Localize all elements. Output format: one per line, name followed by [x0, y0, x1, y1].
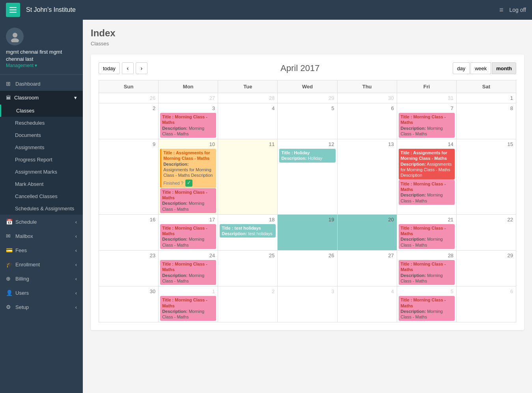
sidebar-item-assignment-marks[interactable]: Assignment Marks	[0, 166, 83, 178]
calendar-cell: 16	[99, 214, 159, 250]
sidebar-item-schedules-assignments[interactable]: Schedules & Assignments	[0, 202, 83, 215]
mailbox-arrow: ‹	[75, 233, 77, 239]
layout: mgmt chennai first mgmtchennai last Mana…	[0, 20, 532, 393]
sidebar-item-enrollment[interactable]: 🎓 Enrollment ‹	[0, 257, 83, 271]
calendar-cell: 22	[456, 214, 516, 250]
sidebar-item-users[interactable]: 👤 Users ‹	[0, 286, 83, 300]
avatar	[6, 28, 24, 45]
calendar-cell: 27	[159, 93, 218, 103]
main-content: Index Classes today ‹ › April 2017 day w…	[83, 20, 532, 393]
menu-toggle-button[interactable]	[6, 3, 20, 17]
fees-arrow: ‹	[75, 247, 77, 253]
setup-icon: ⚙	[6, 304, 12, 310]
users-label: Users	[15, 290, 29, 296]
billing-arrow: ‹	[75, 276, 77, 282]
enrollment-arrow: ‹	[75, 262, 77, 268]
calendar-cell: 3	[278, 286, 337, 322]
users-arrow: ‹	[75, 290, 77, 296]
sidebar-item-billing[interactable]: ⊕ Billing ‹	[0, 271, 83, 286]
event-apr17[interactable]: Title : Morning Class - Maths Descriptio…	[160, 224, 216, 249]
day-header-sat: Sat	[456, 80, 516, 93]
day-header-sun: Sun	[99, 80, 159, 93]
sidebar-item-cancelled-classes[interactable]: Cancelled Classes	[0, 190, 83, 202]
event-apr14-assignment[interactable]: Title : Assignments for Morning Class - …	[399, 149, 455, 179]
calendar-cell: 7 Title : Morning Class - Maths Descript…	[397, 103, 456, 139]
sidebar: mgmt chennai first mgmtchennai last Mana…	[0, 20, 83, 393]
sidebar-item-mark-absent[interactable]: Mark Absent	[0, 178, 83, 190]
event-apr10-assignment[interactable]: Title : Assignments for Morning Class - …	[160, 149, 216, 187]
event-apr12-holiday[interactable]: Title : Holiday Description: Holiday	[279, 149, 335, 163]
classroom-label: Classroom	[14, 95, 39, 101]
event-apr3[interactable]: Title : Morning Class - Maths Descriptio…	[160, 113, 216, 138]
calendar-week-6: 30 1 Title : Morning Class - Maths Descr…	[99, 286, 516, 322]
sidebar-item-setup[interactable]: ⚙ Setup ‹	[0, 300, 83, 314]
calendar-cell: 5	[278, 103, 337, 139]
sidebar-item-dashboard[interactable]: ⊞ Dashboard	[0, 77, 83, 91]
event-apr14-class[interactable]: Title : Morning Class - Maths Descriptio…	[399, 180, 455, 205]
sidebar-role[interactable]: Management	[6, 63, 77, 68]
calendar-grid: Sun Mon Tue Wed Thu Fri Sat 26 27 28	[99, 80, 516, 322]
calendar-cell: 4	[337, 286, 397, 322]
sidebar-item-label: Dashboard	[15, 81, 41, 87]
calendar-cell: 12 Title : Holiday Description: Holiday	[278, 139, 337, 215]
sidebar-item-classes[interactable]: Classes	[0, 105, 83, 117]
logoff-button[interactable]: Log off	[509, 7, 526, 13]
month-view-button[interactable]: month	[492, 62, 516, 74]
topbar-right: ≡ Log off	[499, 6, 526, 14]
calendar-cell-apr10: 10 Title : Assignments for Morning Class…	[159, 139, 218, 215]
calendar-cell: 24 Title : Morning Class - Maths Descrip…	[159, 251, 218, 286]
event-apr18-holiday[interactable]: Title : test holidays Description: test …	[220, 224, 276, 238]
sidebar-item-assignments[interactable]: Assignments	[0, 141, 83, 153]
calendar-cell: 6	[456, 286, 516, 322]
today-button[interactable]: today	[99, 62, 120, 74]
fees-label: Fees	[15, 247, 27, 253]
breadcrumb: Classes	[91, 41, 524, 47]
sidebar-username: mgmt chennai first mgmtchennai last	[6, 49, 77, 63]
sidebar-nav: ⊞ Dashboard 🏛 Classroom ▾ Classes Resche…	[0, 77, 83, 314]
event-may5[interactable]: Title : Morning Class - Maths Descriptio…	[399, 296, 455, 321]
sidebar-item-mailbox[interactable]: ✉ Mailbox ‹	[0, 229, 83, 243]
svg-point-3	[13, 33, 17, 37]
next-button[interactable]: ›	[136, 62, 147, 74]
calendar-cell: 21 Title : Morning Class - Maths Descrip…	[397, 214, 456, 250]
sidebar-item-fees[interactable]: 💳 Fees ‹	[0, 243, 83, 257]
calendar-cell: 28 Title : Morning Class - Maths Descrip…	[397, 251, 456, 286]
sidebar-item-documents[interactable]: Documents	[0, 129, 83, 141]
event-may1[interactable]: Title : Morning Class - Maths Descriptio…	[160, 296, 216, 321]
day-view-button[interactable]: day	[453, 62, 470, 74]
calendar-cell: 25	[218, 251, 278, 286]
sidebar-item-schedule[interactable]: 📅 Schedule ‹	[0, 215, 83, 229]
calendar-cell: 1 Title : Morning Class - Maths Descript…	[159, 286, 218, 322]
sidebar-section-classroom: 🏛 Classroom ▾ Classes Reschedules Docume…	[0, 91, 83, 215]
calendar-title: April 2017	[280, 63, 319, 73]
finished-check-icon: ✓	[185, 180, 192, 187]
billing-icon: ⊕	[6, 275, 12, 282]
calendar-cell: 2	[218, 286, 278, 322]
calendar-week-4: 16 17 Title : Morning Class - Maths Desc…	[99, 214, 516, 250]
prev-button[interactable]: ‹	[122, 62, 134, 74]
calendar-cell: 8	[456, 103, 516, 139]
event-apr21[interactable]: Title : Morning Class - Maths Descriptio…	[399, 224, 455, 249]
lines-icon[interactable]: ≡	[499, 6, 504, 14]
day-header-mon: Mon	[159, 80, 218, 93]
calendar-cell: 9	[99, 139, 159, 215]
calendar-view-buttons: day week month	[453, 62, 516, 74]
sidebar-item-progress-report[interactable]: Progress Report	[0, 153, 83, 166]
week-view-button[interactable]: week	[470, 62, 491, 74]
schedule-label: Schedule	[15, 219, 37, 225]
schedule-icon: 📅	[6, 219, 12, 225]
fees-icon: 💳	[6, 247, 12, 253]
billing-label: Billing	[15, 276, 29, 282]
calendar-cell-apr20: 20	[337, 214, 397, 250]
event-apr28[interactable]: Title : Morning Class - Maths Descriptio…	[399, 260, 455, 285]
event-apr10-class[interactable]: Title : Morning Class - Maths Descriptio…	[160, 188, 216, 213]
calendar-cell-apr18: 18 Title : test holidays Description: te…	[218, 214, 278, 250]
calendar-cell: 1	[456, 93, 516, 103]
event-apr24[interactable]: Title : Morning Class - Maths Descriptio…	[160, 260, 216, 285]
sidebar-item-reschedules[interactable]: Reschedules	[0, 117, 83, 129]
calendar-week-2: 2 3 Title : Morning Class - Maths Descri…	[99, 103, 516, 139]
classroom-header[interactable]: 🏛 Classroom ▾	[0, 91, 83, 105]
day-header-fri: Fri	[397, 80, 456, 93]
svg-rect-0	[9, 7, 17, 8]
event-apr7[interactable]: Title : Morning Class - Maths Descriptio…	[399, 113, 455, 138]
